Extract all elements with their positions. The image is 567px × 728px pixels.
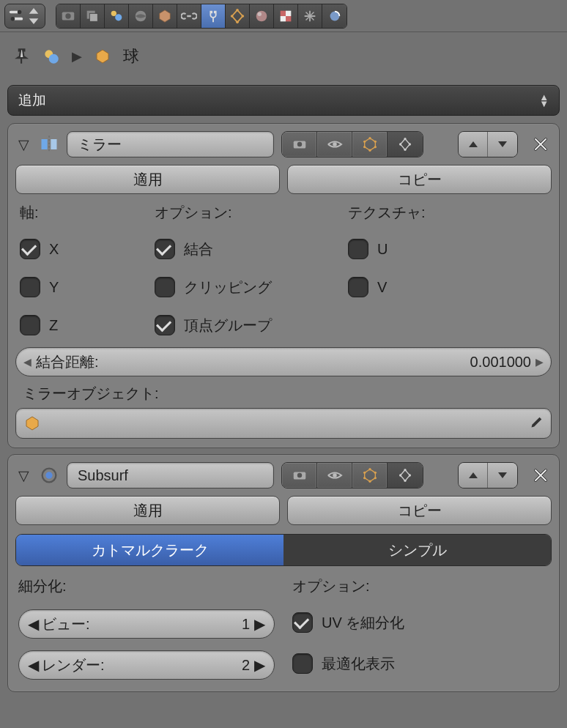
chevron-right-icon: ▶ — [250, 656, 265, 674]
svg-point-42 — [45, 472, 52, 478]
svg-point-37 — [404, 138, 406, 140]
tab-object[interactable] — [153, 4, 177, 28]
show-cage-toggle[interactable] — [388, 132, 423, 157]
show-cage-toggle[interactable] — [388, 463, 423, 488]
svg-rect-7 — [89, 13, 97, 21]
svg-point-40 — [399, 143, 401, 145]
svg-point-31 — [368, 137, 371, 139]
add-modifier-label: 追加 — [18, 91, 46, 110]
tab-world[interactable] — [129, 4, 153, 28]
apply-button[interactable]: 適用 — [15, 496, 280, 525]
delete-modifier-button[interactable] — [530, 133, 552, 155]
collapse-toggle[interactable]: ▽ — [15, 467, 32, 484]
options-label: オプション: — [292, 576, 549, 596]
modifier-panel-mirror: ▽ 適用 コピー 軸: オプション: テクスチャ: X 結合 U Y クリッピン… — [7, 123, 560, 448]
vgroup-label: 頂点グループ — [184, 316, 272, 335]
merge-distance-label: 結合距離: — [32, 352, 470, 372]
svg-rect-19 — [281, 16, 286, 21]
type-catmull-clark[interactable]: カトマルクラーク — [16, 535, 284, 565]
tab-texture[interactable] — [274, 4, 298, 28]
move-down-button[interactable] — [488, 463, 517, 488]
svg-point-36 — [363, 141, 366, 143]
object-name[interactable]: 球 — [123, 45, 139, 67]
tab-data[interactable] — [226, 4, 250, 28]
show-editmode-toggle[interactable] — [352, 132, 388, 157]
chevron-left-icon: ◀ — [23, 356, 32, 368]
svg-point-16 — [258, 12, 262, 16]
copy-button[interactable]: コピー — [287, 496, 552, 525]
show-editmode-toggle[interactable] — [352, 463, 388, 488]
pin-icon[interactable] — [10, 46, 31, 67]
svg-point-51 — [363, 472, 366, 474]
editor-type-selector[interactable] — [4, 4, 45, 29]
mesh-cube-icon[interactable] — [41, 46, 62, 67]
chevron-right-icon: ▶ — [531, 356, 544, 368]
mesh-icon[interactable] — [92, 46, 113, 67]
tab-render-layers[interactable] — [81, 4, 105, 28]
axis-z-checkbox[interactable] — [20, 315, 40, 335]
svg-point-45 — [333, 473, 337, 478]
show-viewport-toggle[interactable] — [317, 132, 352, 157]
svg-point-3 — [11, 16, 15, 20]
texture-v-checkbox[interactable] — [348, 277, 368, 297]
svg-point-32 — [374, 141, 376, 143]
eyedropper-icon[interactable] — [527, 415, 544, 431]
texture-label: テクスチャ: — [348, 203, 547, 223]
mirror-object-picker[interactable] — [15, 408, 552, 439]
show-render-toggle[interactable] — [282, 463, 317, 488]
merge-distance-field[interactable]: ◀ 結合距離: 0.001000 ▶ — [15, 347, 552, 376]
tab-material[interactable] — [250, 4, 274, 28]
svg-point-27 — [49, 54, 59, 64]
clipping-checkbox[interactable] — [155, 277, 175, 297]
type-simple[interactable]: シンプル — [284, 535, 551, 565]
svg-point-13 — [236, 21, 239, 23]
show-viewport-toggle[interactable] — [317, 463, 352, 488]
mirror-modifier-icon — [39, 134, 59, 155]
svg-point-35 — [363, 146, 366, 148]
move-up-button[interactable] — [459, 132, 488, 157]
svg-rect-2 — [13, 17, 23, 20]
tab-scene[interactable] — [105, 4, 129, 28]
texture-u-checkbox[interactable] — [348, 239, 368, 259]
subdivision-type-selector: カトマルクラーク シンプル — [15, 534, 552, 566]
subdivide-uv-checkbox[interactable] — [292, 612, 313, 633]
tab-modifiers[interactable] — [201, 4, 226, 28]
render-levels-field[interactable]: ◀ レンダー: 2 ▶ — [18, 650, 275, 680]
svg-point-48 — [374, 477, 376, 479]
axis-y-checkbox[interactable] — [20, 277, 40, 297]
view-levels-label: ビュー: — [39, 614, 242, 634]
apply-button[interactable]: 適用 — [15, 165, 280, 194]
svg-point-46 — [368, 468, 371, 470]
subdivide-uv-label: UV を細分化 — [322, 613, 404, 633]
axis-x-checkbox[interactable] — [20, 239, 40, 259]
tab-render[interactable] — [56, 4, 81, 28]
svg-point-12 — [242, 15, 245, 18]
collapse-toggle[interactable]: ▽ — [15, 136, 32, 153]
move-down-button[interactable] — [488, 132, 517, 157]
modifier-panel-subsurf: ▽ 適用 コピー カトマルクラーク シンプル 細分化: オプション: ◀ ビュー… — [7, 454, 560, 692]
svg-point-14 — [231, 15, 234, 18]
svg-point-8 — [111, 10, 116, 15]
tab-constraints[interactable] — [177, 4, 201, 28]
tab-particles[interactable] — [298, 4, 322, 28]
vgroup-checkbox[interactable] — [155, 315, 175, 335]
merge-checkbox[interactable] — [155, 239, 175, 259]
svg-point-49 — [368, 480, 371, 483]
svg-point-29 — [297, 142, 301, 146]
svg-point-15 — [256, 10, 267, 21]
clipping-label: クリッピング — [184, 278, 272, 297]
view-levels-field[interactable]: ◀ ビュー: 1 ▶ — [18, 609, 275, 639]
move-up-button[interactable] — [459, 463, 488, 488]
tab-physics[interactable] — [322, 4, 346, 28]
add-modifier-dropdown[interactable]: 追加 ▲▼ — [7, 85, 560, 116]
modifier-name-input[interactable] — [67, 131, 274, 157]
svg-rect-18 — [286, 10, 291, 15]
modifier-name-input[interactable] — [67, 462, 274, 489]
delete-modifier-button[interactable] — [530, 464, 552, 486]
updown-icon — [26, 8, 42, 24]
show-render-toggle[interactable] — [282, 132, 317, 157]
optimal-display-checkbox[interactable] — [292, 653, 313, 674]
svg-point-1 — [18, 10, 22, 14]
copy-button[interactable]: コピー — [287, 165, 552, 194]
axis-y-label: Y — [49, 279, 59, 296]
